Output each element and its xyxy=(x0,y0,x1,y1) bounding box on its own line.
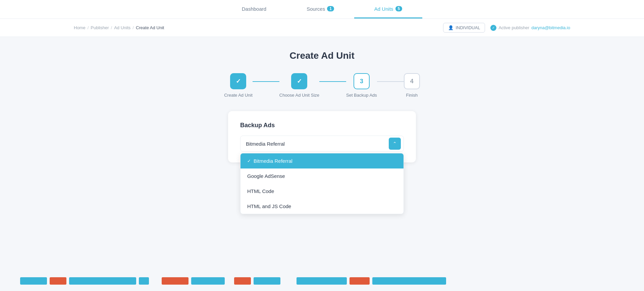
bar-seg-3 xyxy=(69,277,136,285)
dashboard-label: Dashboard xyxy=(242,6,266,12)
step-2-circle: ✓ xyxy=(291,73,307,89)
dropdown-option-google-adsense[interactable]: Google AdSense xyxy=(240,168,404,184)
nav-tabs: Dashboard Sources 1 Ad Units 5 xyxy=(222,0,423,18)
main-content: Create Ad Unit ✓ Create Ad Unit ✓ Choose… xyxy=(0,37,644,169)
bar-seg-5 xyxy=(162,277,189,285)
page-title: Create Ad Unit xyxy=(289,50,354,61)
individual-label: INDIVIDUAL xyxy=(455,25,480,30)
ad-units-label: Ad Units xyxy=(374,6,393,12)
breadcrumb-row: Home / Publisher / Ad Units / Create Ad … xyxy=(0,19,644,37)
dropdown-option-html-js-code[interactable]: HTML and JS Code xyxy=(240,199,404,214)
step-1: ✓ Create Ad Unit xyxy=(224,73,253,98)
bar-seg-11 xyxy=(372,277,446,285)
breadcrumb-current: Create Ad Unit xyxy=(136,25,164,30)
nav-tab-sources[interactable]: Sources 1 xyxy=(286,0,354,18)
bar-seg-9 xyxy=(297,277,347,285)
bar-seg-1 xyxy=(20,277,47,285)
bar-seg-8 xyxy=(254,277,280,285)
dropdown-trigger[interactable]: Bitmedia Referral ⌃ xyxy=(240,136,404,152)
bar-seg-6 xyxy=(191,277,225,285)
step-2: ✓ Choose Ad Unit Size xyxy=(279,73,319,98)
step-3-circle: 3 xyxy=(354,73,370,89)
dropdown-options: ✓ Bitmedia Referral Google AdSense HTML … xyxy=(240,153,404,214)
steps-row: ✓ Create Ad Unit ✓ Choose Ad Unit Size 3… xyxy=(224,73,420,98)
breadcrumb-sep-2: / xyxy=(111,25,112,30)
breadcrumb-right: 👤 INDIVIDUAL ✓ Active publisher daryna@b… xyxy=(443,23,570,33)
step-2-label: Choose Ad Unit Size xyxy=(279,93,319,98)
user-icon: 👤 xyxy=(448,25,453,30)
option-label-bitmedia-referral: Bitmedia Referral xyxy=(254,158,292,164)
option-label-html-js-code: HTML and JS Code xyxy=(247,203,291,209)
card-title: Backup Ads xyxy=(240,122,404,129)
dropdown-selected-value: Bitmedia Referral xyxy=(246,141,285,147)
breadcrumb-home[interactable]: Home xyxy=(74,25,86,30)
step-1-label: Create Ad Unit xyxy=(224,93,253,98)
bar-seg-10 xyxy=(350,277,370,285)
nav-tab-dashboard[interactable]: Dashboard xyxy=(222,0,286,18)
option-label-html-code: HTML Code xyxy=(247,188,274,194)
dropdown-arrow-button[interactable]: ⌃ xyxy=(389,138,401,150)
backup-ads-dropdown-wrapper: Bitmedia Referral ⌃ ✓ Bitmedia Referral … xyxy=(240,136,404,152)
step-4-circle: 4 xyxy=(404,73,420,89)
breadcrumb-ad-units[interactable]: Ad Units xyxy=(114,25,130,30)
step-3-label: Set Backup Ads xyxy=(346,93,377,98)
sources-badge: 1 xyxy=(327,6,334,11)
bottom-decorative-bar xyxy=(0,271,644,291)
step-connector-2 xyxy=(319,81,346,82)
individual-button[interactable]: 👤 INDIVIDUAL xyxy=(443,23,485,33)
publisher-status-label: Active publisher xyxy=(498,25,529,30)
bar-seg-2 xyxy=(50,277,66,285)
sources-label: Sources xyxy=(307,6,325,12)
backup-ads-card: Backup Ads Bitmedia Referral ⌃ ✓ Bitmedi… xyxy=(228,111,416,162)
option-label-google-adsense: Google AdSense xyxy=(247,173,285,179)
step-3: 3 Set Backup Ads xyxy=(346,73,377,98)
breadcrumb-publisher[interactable]: Publisher xyxy=(91,25,109,30)
option-check-icon: ✓ xyxy=(247,158,251,163)
step-connector-3 xyxy=(377,81,404,82)
top-navigation: Dashboard Sources 1 Ad Units 5 xyxy=(0,0,644,19)
ad-units-badge: 5 xyxy=(395,6,402,11)
step-4-label: Finish xyxy=(406,93,418,98)
step-1-circle: ✓ xyxy=(230,73,246,89)
active-publisher: ✓ Active publisher daryna@bitmedia.io xyxy=(490,25,570,31)
check-circle-icon: ✓ xyxy=(490,25,496,31)
chevron-up-icon: ⌃ xyxy=(393,141,397,146)
breadcrumb-sep-1: / xyxy=(88,25,89,30)
step-connector-1 xyxy=(253,81,279,82)
nav-tab-ad-units[interactable]: Ad Units 5 xyxy=(354,0,422,18)
dropdown-option-html-code[interactable]: HTML Code xyxy=(240,184,404,199)
breadcrumb-sep-3: / xyxy=(132,25,134,30)
step-4: 4 Finish xyxy=(404,73,420,98)
bar-seg-7 xyxy=(234,277,251,285)
bar-seg-4 xyxy=(139,277,149,285)
breadcrumb: Home / Publisher / Ad Units / Create Ad … xyxy=(74,25,164,30)
dropdown-option-bitmedia-referral[interactable]: ✓ Bitmedia Referral xyxy=(240,153,404,168)
publisher-email: daryna@bitmedia.io xyxy=(531,25,570,30)
